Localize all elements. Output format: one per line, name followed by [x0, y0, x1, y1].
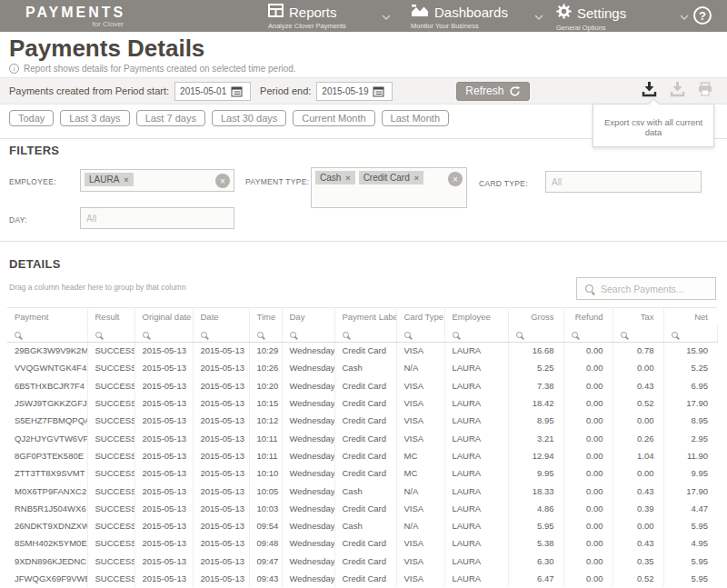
table-row[interactable]: 9XDN896KJEDNCSUCCESS2015-05-132015-05-13…: [7, 553, 717, 570]
quick-range-last-7-days[interactable]: Last 7 days: [136, 110, 205, 126]
filter-tag[interactable]: Credit Card ×: [359, 171, 423, 184]
table-row[interactable]: 8SMH402K5YM0ESUCCESS2015-05-132015-05-13…: [7, 534, 717, 552]
nav-item-settings[interactable]: Settings General Options: [556, 4, 626, 32]
nav-item-reports[interactable]: Reports Analyze Clover Payments: [268, 4, 346, 30]
column-header-gross[interactable]: Gross: [508, 308, 563, 325]
table-row[interactable]: RNB5R1J504WX6SUCCESS2015-05-132015-05-13…: [7, 500, 717, 517]
calendar-icon[interactable]: [373, 85, 384, 97]
table-row[interactable]: JSWJ9TGKKZGFJSUCCESS2015-05-132015-05-13…: [7, 394, 717, 412]
column-header-card-type[interactable]: Card Type: [396, 308, 444, 325]
column-header-refund[interactable]: Refund: [563, 308, 612, 325]
column-filter-card-type[interactable]: [396, 325, 444, 343]
chevron-down-icon[interactable]: [382, 7, 391, 24]
cell-net: 17.90: [663, 482, 717, 499]
payment-type-filter[interactable]: Cash × Credit Card × ×: [311, 167, 467, 208]
refresh-button[interactable]: Refresh: [456, 82, 530, 101]
column-filter-employee[interactable]: [444, 325, 508, 343]
export-csv-icon[interactable]: [642, 81, 657, 97]
search-payments-input[interactable]: [601, 284, 708, 294]
column-header-employee[interactable]: Employee: [444, 308, 508, 325]
cell-card-type: VISA: [396, 377, 444, 394]
chevron-down-icon[interactable]: [680, 7, 689, 24]
export-excel-icon[interactable]: [670, 81, 685, 97]
cell-card-type: VISA: [396, 570, 444, 587]
filter-tag[interactable]: LAURA ×: [85, 173, 134, 186]
period-end-input[interactable]: [317, 86, 372, 96]
table-row[interactable]: QJ2HJYGVTW6VPSUCCESS2015-05-132015-05-13…: [7, 429, 717, 446]
cell-payment-label: Credit Card: [334, 553, 396, 570]
print-icon[interactable]: [698, 82, 712, 96]
cell-day: Wednesday: [282, 377, 334, 394]
column-header-tax[interactable]: Tax: [612, 308, 663, 325]
column-filter-time[interactable]: [249, 325, 282, 343]
column-header-net[interactable]: Net: [663, 308, 717, 325]
cell-time: 10:20: [249, 377, 282, 394]
column-header-time[interactable]: Time: [249, 308, 282, 325]
table-row[interactable]: ZTT3TT8X9SVMTSUCCESS2015-05-132015-05-13…: [7, 464, 717, 482]
column-header-original-date[interactable]: Original date: [134, 308, 193, 325]
column-filter-day[interactable]: [282, 325, 334, 343]
table-row[interactable]: 29BGK3W9V9K2MSUCCESS2015-05-132015-05-13…: [7, 342, 717, 359]
search-icon: [290, 332, 296, 338]
column-filter-result[interactable]: [87, 325, 134, 343]
cell-card-type: MC: [396, 464, 444, 482]
table-row[interactable]: 6B5THXBCJR7F4SUCCESS2015-05-132015-05-13…: [7, 377, 717, 394]
day-input[interactable]: [81, 208, 217, 228]
cell-net: 5.25: [663, 359, 717, 376]
column-filter-payment[interactable]: [7, 325, 87, 343]
table-row[interactable]: 26NDKT9XDNZXWSUCCESS2015-05-132015-05-13…: [7, 517, 717, 534]
column-header-day[interactable]: Day: [282, 308, 334, 325]
cell-payment-label: Credit Card: [334, 464, 396, 482]
tag-remove-icon[interactable]: ×: [345, 174, 350, 183]
column-header-date[interactable]: Date: [193, 308, 249, 325]
column-filter-refund[interactable]: [563, 325, 612, 343]
calendar-icon[interactable]: [231, 85, 243, 97]
tag-remove-icon[interactable]: ×: [124, 175, 128, 184]
column-filter-date[interactable]: [193, 325, 249, 343]
cell-tax: 0.43: [612, 377, 663, 394]
table-row[interactable]: JFWQGX69F9VWESUCCESS2015-05-132015-05-13…: [7, 570, 717, 587]
filters-heading: FILTERS: [9, 144, 59, 157]
tag-remove-icon[interactable]: ×: [414, 174, 419, 183]
column-filter-net[interactable]: [663, 325, 717, 343]
cell-net: 8.95: [663, 412, 717, 429]
help-button[interactable]: ?: [693, 6, 712, 25]
column-header-result[interactable]: Result: [87, 308, 134, 325]
column-header-payment[interactable]: Payment: [7, 308, 87, 325]
cell-date: 2015-05-13: [193, 517, 249, 534]
clear-filter-button[interactable]: ×: [448, 172, 463, 186]
column-header-payment-label[interactable]: Payment Label: [334, 308, 396, 325]
cell-employee: LAURA: [444, 464, 508, 482]
cell-gross: 5.38: [508, 534, 563, 552]
group-by-hint: Drag a column header here to group by th…: [9, 283, 186, 292]
table-row[interactable]: M0X6TP9FANXC2SUCCESS2015-05-132015-05-13…: [7, 482, 717, 499]
search-icon: [516, 332, 523, 338]
clear-filter-button[interactable]: ×: [215, 174, 230, 188]
period-start-input[interactable]: [175, 86, 230, 96]
quick-range-last-30-days[interactable]: Last 30 days: [212, 110, 286, 126]
column-filter-original-date[interactable]: [134, 325, 193, 343]
quick-range-current-month[interactable]: Current Month: [293, 110, 374, 126]
quick-range-last-month[interactable]: Last Month: [382, 110, 449, 126]
cell-gross: 18.42: [508, 394, 563, 412]
nav-item-subtitle: Analyze Clover Payments: [268, 22, 346, 30]
table-row[interactable]: S5EHZ7FBMQPQASUCCESS2015-05-132015-05-13…: [7, 412, 717, 429]
table-row[interactable]: VVQGWNTGK4F42SUCCESS2015-05-132015-05-13…: [7, 359, 717, 376]
card-type-input[interactable]: [546, 172, 682, 192]
table-row[interactable]: 8GF0P3TEK580ESUCCESS2015-05-132015-05-13…: [7, 447, 717, 464]
quick-range-today[interactable]: Today: [9, 110, 54, 126]
column-filter-payment-label[interactable]: [334, 325, 396, 343]
column-filter-tax[interactable]: [612, 325, 663, 343]
employee-filter[interactable]: LAURA × ×: [80, 169, 234, 192]
cell-day: Wednesday: [282, 534, 334, 552]
chevron-down-icon[interactable]: [534, 7, 543, 24]
column-filter-gross[interactable]: [508, 325, 563, 343]
cell-original-date: 2015-05-13: [134, 482, 193, 499]
cell-card-type: N/A: [396, 482, 444, 499]
filter-tag[interactable]: Cash ×: [315, 171, 355, 184]
cell-result: SUCCESS: [87, 517, 134, 534]
nav-item-dashboards[interactable]: Dashboards Monitor Your Business: [411, 4, 508, 30]
cell-date: 2015-05-13: [193, 412, 249, 429]
quick-range-last-3-days[interactable]: Last 3 days: [60, 110, 129, 126]
cell-date: 2015-05-13: [193, 553, 249, 570]
